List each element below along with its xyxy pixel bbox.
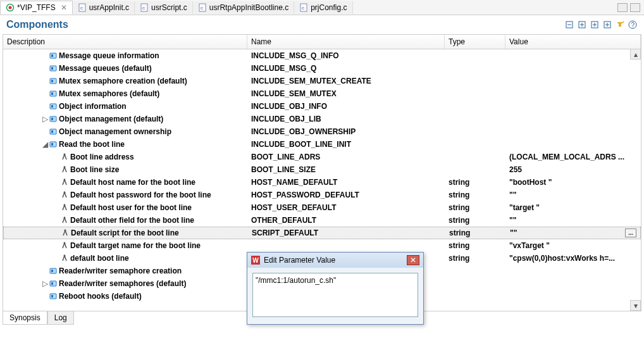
dialog-title: Edit Parameter Value	[264, 256, 403, 265]
cell-description: Default script for the boot line	[4, 228, 248, 237]
cell-name: HOST_PASSWORD_DEFAULT	[247, 191, 445, 199]
cell-value: ""	[505, 191, 641, 199]
description-text: Boot line address	[70, 153, 134, 161]
tab-vip-tffs[interactable]: *VIP_TFFS ✕	[0, 1, 73, 15]
tab-synopsis[interactable]: Synopsis	[3, 311, 47, 325]
cell-description: default boot line	[3, 254, 247, 263]
tree-row[interactable]: Message queue informationINCLUDE_MSG_Q_I…	[3, 49, 641, 62]
expand-icon[interactable]: ▷	[41, 115, 49, 123]
svg-point-43	[64, 204, 66, 206]
cell-name: INCLUDE_BOOT_LINE_INIT	[247, 140, 445, 149]
tree-row[interactable]: Message queues (default)INCLUDE_MSG_Q	[3, 62, 641, 75]
target-icon	[6, 3, 15, 12]
svg-rect-38	[51, 143, 53, 146]
tree-row[interactable]: Object informationINCLUDE_OBJ_INFO	[3, 100, 641, 113]
edit-value-button[interactable]: ...	[625, 228, 636, 237]
section-toolbar: ?	[564, 20, 638, 30]
tree-row[interactable]: Default other field for the boot lineOTH…	[3, 214, 641, 227]
cell-description: Default host name for the boot line	[3, 178, 247, 187]
svg-point-41	[64, 179, 66, 181]
tree-row[interactable]: Default target name for the boot linestr…	[3, 239, 641, 252]
value-text: 255	[509, 165, 522, 174]
description-text: Mutex semaphore creation (default)	[59, 77, 187, 85]
expand-icon-2[interactable]	[590, 20, 600, 30]
svg-point-45	[65, 230, 66, 232]
tree-row[interactable]: Boot line addressBOOT_LINE_ADRS(LOCAL_ME…	[3, 151, 641, 163]
col-type[interactable]: Type	[445, 35, 505, 49]
expand-all-icon[interactable]	[602, 20, 612, 30]
tab-usrscript[interactable]: c usrScript.c	[135, 1, 193, 14]
tree-row[interactable]: Mutex semaphores (default)INCLUDE_SEM_MU…	[3, 87, 641, 100]
tree-row[interactable]: Default host name for the boot lineHOST_…	[3, 176, 641, 189]
tab-label: prjConfig.c	[311, 3, 347, 12]
tree-row[interactable]: Mutex semaphore creation (default)INCLUD…	[3, 75, 641, 87]
svg-rect-51	[51, 282, 53, 285]
description-text: Reader/writer semaphore creation	[59, 266, 182, 275]
cell-description: Boot line address	[3, 153, 247, 161]
description-text: Default target name for the boot line	[70, 241, 201, 250]
filter-icon[interactable]	[615, 20, 625, 30]
cfile-icon: c	[198, 3, 207, 12]
value-text: ""	[509, 216, 516, 225]
component-icon	[49, 140, 58, 149]
description-text: Default other field for the boot line	[70, 216, 194, 225]
tree-row[interactable]: Default host password for the boot lineH…	[3, 189, 641, 201]
cell-type: string	[445, 216, 505, 225]
parameter-icon	[60, 178, 69, 187]
tree-row[interactable]: ◢Read the boot lineINCLUDE_BOOT_LINE_INI…	[3, 138, 641, 151]
cell-name: BOOT_LINE_SIZE	[247, 165, 445, 174]
tree-row[interactable]: Object management ownershipINCLUDE_OBJ_O…	[3, 125, 641, 138]
col-value[interactable]: Value	[505, 35, 641, 49]
tab-prjconfig[interactable]: c prjConfig.c	[294, 1, 352, 14]
component-icon	[49, 77, 58, 85]
cell-name: INCLUDE_SEM_MUTEX_CREATE	[247, 77, 445, 85]
cell-value: "target "	[505, 203, 641, 212]
cell-name: HOST_USER_DEFAULT	[247, 203, 445, 212]
cell-description: Reboot hooks (default)	[3, 292, 247, 301]
tree-row[interactable]: ▷Object management (default)INCLUDE_OBJ_…	[3, 113, 641, 125]
cell-value: 255	[505, 165, 641, 174]
cell-name: INCLUDE_MSG_Q_INFO	[247, 51, 445, 60]
parameter-icon	[61, 228, 70, 237]
tab-log[interactable]: Log	[47, 311, 74, 325]
expand-icon[interactable]: ▷	[41, 279, 49, 288]
tab-usrappinit[interactable]: c usrAppInit.c	[73, 1, 135, 14]
cell-name: INCLUDE_SEM_MUTEX	[247, 89, 445, 98]
tree-row[interactable]: Default host user for the boot lineHOST_…	[3, 201, 641, 214]
tree-row[interactable]: Boot line sizeBOOT_LINE_SIZE255	[3, 163, 641, 176]
component-icon	[49, 64, 58, 73]
cell-description: Object information	[3, 102, 247, 111]
parameter-value-input[interactable]	[252, 273, 418, 317]
value-text: "cpsw(0,0)host:vxWorks h=...	[509, 254, 615, 263]
cell-name: BOOT_LINE_ADRS	[247, 153, 445, 161]
cell-description: Default target name for the boot line	[3, 241, 247, 250]
col-name[interactable]: Name	[247, 35, 445, 49]
tab-label: usrScript.c	[151, 3, 187, 12]
close-icon[interactable]: ✕	[407, 255, 419, 265]
expand-icon[interactable]	[577, 20, 587, 30]
description-text: Mutex semaphores (default)	[59, 89, 159, 98]
tree-row[interactable]: Default script for the boot lineSCRIPT_D…	[3, 227, 641, 239]
help-icon[interactable]: ?	[628, 20, 638, 30]
svg-point-44	[64, 217, 66, 219]
svg-rect-28	[51, 80, 53, 82]
description-text: Default host password for the boot line	[70, 191, 211, 199]
cell-description: ◢Read the boot line	[3, 140, 247, 149]
description-text: Boot line size	[70, 165, 119, 174]
minimize-button[interactable]	[617, 3, 628, 12]
dialog-titlebar[interactable]: W Edit Parameter Value ✕	[247, 253, 423, 268]
tab-label: *VIP_TFFS	[17, 3, 56, 12]
description-text: Message queues (default)	[59, 64, 152, 73]
tab-usrrtpappinit[interactable]: c usrRtpAppInitBootline.c	[193, 1, 294, 14]
svg-rect-30	[51, 92, 53, 95]
scroll-up-icon[interactable]: ▴	[630, 49, 641, 59]
close-icon[interactable]: ✕	[61, 3, 67, 12]
maximize-button[interactable]	[630, 3, 640, 12]
cell-description: Mutex semaphores (default)	[3, 89, 247, 98]
collapse-all-icon[interactable]	[564, 20, 574, 30]
collapse-icon[interactable]: ◢	[41, 140, 49, 149]
svg-text:c: c	[80, 5, 83, 11]
col-description[interactable]: Description	[3, 35, 247, 49]
cell-value[interactable]: ""...	[506, 228, 640, 237]
scroll-down-icon[interactable]: ▾	[630, 300, 641, 311]
